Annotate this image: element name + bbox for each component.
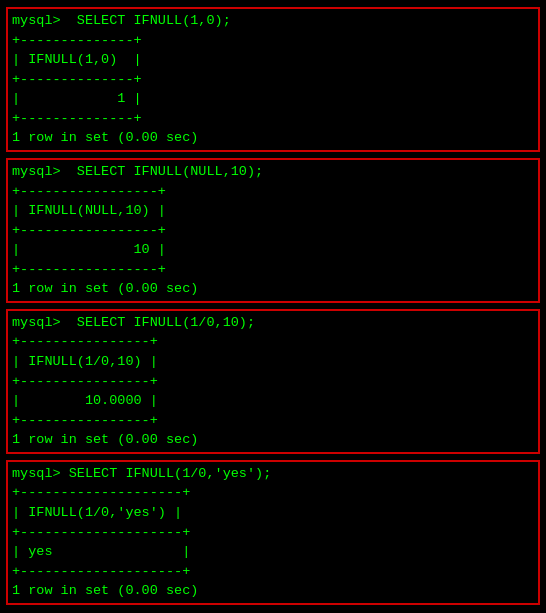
query-line-4-2: | IFNULL(1/0,'yes') | [12, 503, 534, 523]
query-line-3-3: +----------------+ [12, 372, 534, 392]
query-line-4-1: +--------------------+ [12, 483, 534, 503]
query-block-2: mysql> SELECT IFNULL(NULL,10); +--------… [6, 158, 540, 303]
query-line-4-5: +--------------------+ [12, 562, 534, 582]
query-line-1-4: | 1 | [12, 89, 534, 109]
query-block-4: mysql> SELECT IFNULL(1/0,'yes'); +------… [6, 460, 540, 605]
query-block-1: mysql> SELECT IFNULL(1,0); +------------… [6, 7, 540, 152]
query-line-2-1: +-----------------+ [12, 182, 534, 202]
query-line-1-5: +--------------+ [12, 109, 534, 129]
query-line-3-5: +----------------+ [12, 411, 534, 431]
query-line-1-6: 1 row in set (0.00 sec) [12, 128, 534, 148]
query-block-3: mysql> SELECT IFNULL(1/0,10); +---------… [6, 309, 540, 454]
query-line-1-3: +--------------+ [12, 70, 534, 90]
query-line-2-6: 1 row in set (0.00 sec) [12, 279, 534, 299]
query-line-4-3: +--------------------+ [12, 523, 534, 543]
query-line-2-0: mysql> SELECT IFNULL(NULL,10); [12, 162, 534, 182]
terminal-window: mysql> SELECT IFNULL(1,0); +------------… [0, 0, 546, 613]
query-line-2-4: | 10 | [12, 240, 534, 260]
query-line-2-3: +-----------------+ [12, 221, 534, 241]
query-line-4-6: 1 row in set (0.00 sec) [12, 581, 534, 601]
query-line-1-1: +--------------+ [12, 31, 534, 51]
query-line-3-6: 1 row in set (0.00 sec) [12, 430, 534, 450]
query-line-1-0: mysql> SELECT IFNULL(1,0); [12, 11, 534, 31]
query-line-4-4: | yes | [12, 542, 534, 562]
final-prompt[interactable]: mysql> [2, 608, 544, 613]
query-line-3-1: +----------------+ [12, 332, 534, 352]
query-line-2-2: | IFNULL(NULL,10) | [12, 201, 534, 221]
query-line-4-0: mysql> SELECT IFNULL(1/0,'yes'); [12, 464, 534, 484]
query-line-3-4: | 10.0000 | [12, 391, 534, 411]
query-line-1-2: | IFNULL(1,0) | [12, 50, 534, 70]
query-line-2-5: +-----------------+ [12, 260, 534, 280]
query-line-3-2: | IFNULL(1/0,10) | [12, 352, 534, 372]
query-line-3-0: mysql> SELECT IFNULL(1/0,10); [12, 313, 534, 333]
